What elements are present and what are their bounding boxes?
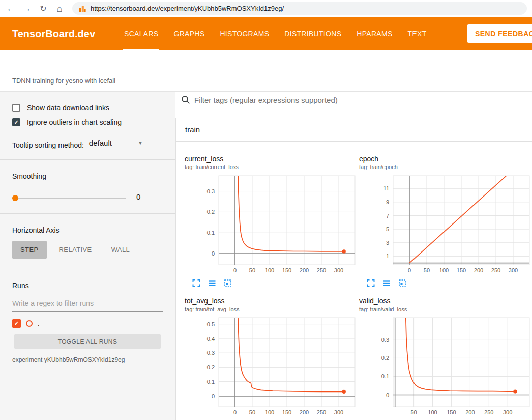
charts-grid: current_losstag: train/current_loss00.10…	[176, 142, 532, 420]
svg-text:0: 0	[233, 409, 237, 415]
tag-group-header[interactable]: train	[176, 118, 532, 142]
chart-cell-current_loss: current_losstag: train/current_loss00.10…	[185, 155, 356, 288]
svg-text:300: 300	[503, 409, 512, 415]
smoothing-slider[interactable]	[12, 198, 126, 199]
forward-icon[interactable]: →	[21, 5, 33, 13]
horizontal-axis-label: Horizontal Axis	[12, 226, 163, 234]
address-bar[interactable]: https://tensorboard.dev/experiment/yKUbh…	[72, 2, 527, 15]
browser-chrome: ← → ↻ ⌂ https://tensorboard.dev/experime…	[0, 0, 532, 17]
svg-text:0.1: 0.1	[207, 230, 215, 236]
chart-cell-tot_avg_loss: tot_avg_losstag: train/tot_avg_loss00.10…	[185, 297, 356, 420]
chart-cell-valid_loss: valid_losstag: train/valid_loss00.10.20.…	[359, 297, 530, 420]
chart-title: epoch	[359, 155, 530, 163]
log-scale-icon[interactable]	[382, 278, 391, 288]
send-feedback-button[interactable]: SEND FEEDBACK	[467, 24, 532, 43]
svg-text:0.4: 0.4	[207, 335, 215, 342]
svg-text:0.2: 0.2	[207, 364, 215, 370]
svg-text:50: 50	[249, 409, 255, 415]
svg-text:9: 9	[386, 199, 389, 205]
divider	[0, 269, 175, 269]
experiment-id: experiment yKUbhb5wRmOSXYkId1z9eg	[12, 356, 163, 363]
svg-text:150: 150	[447, 409, 456, 415]
svg-text:0.3: 0.3	[207, 350, 215, 356]
fit-domain-icon[interactable]	[223, 278, 232, 288]
tab-text[interactable]: TEXT	[400, 17, 434, 50]
tooltip-sorting-select[interactable]: default ▼	[89, 138, 143, 149]
run-name: .	[38, 320, 40, 327]
tensorboard-logo: TensorBoard.dev	[12, 28, 95, 40]
home-icon[interactable]: ⌂	[54, 4, 65, 13]
show-download-links-checkbox[interactable]: Show data download links	[12, 101, 163, 115]
tab-hparams[interactable]: HPARAMS	[349, 17, 400, 50]
log-scale-icon[interactable]	[208, 278, 217, 288]
svg-text:50: 50	[424, 267, 430, 273]
svg-text:1: 1	[386, 253, 389, 259]
experiment-title: TDNN training for yesno with icefall	[12, 77, 115, 85]
svg-text:100: 100	[265, 409, 274, 415]
svg-text:0: 0	[386, 392, 389, 398]
svg-text:0.1: 0.1	[207, 379, 215, 385]
chart-title: current_loss	[185, 155, 356, 163]
line-chart-current_loss[interactable]: 00.10.20.3050100150200250300	[185, 175, 356, 275]
chart-toolbar	[185, 278, 356, 288]
svg-text:0: 0	[212, 393, 215, 399]
svg-text:0: 0	[233, 267, 237, 273]
run-checkbox-checked-icon[interactable]	[12, 319, 21, 328]
axis-relative-button[interactable]: RELATIVE	[52, 241, 99, 259]
svg-text:0.2: 0.2	[381, 355, 389, 361]
tab-distributions[interactable]: DISTRIBUTIONS	[277, 17, 349, 50]
svg-text:150: 150	[282, 409, 291, 415]
chart-cell-epoch: epochtag: train/epoch1357911050100150200…	[359, 155, 530, 288]
divider	[0, 213, 175, 214]
tensorboard-favicon	[78, 5, 86, 13]
svg-text:300: 300	[334, 267, 343, 273]
line-chart-epoch[interactable]: 1357911050100150200250300	[359, 175, 530, 275]
tag-filter-input[interactable]	[194, 96, 532, 104]
line-chart-tot_avg_loss[interactable]: 00.10.20.30.40.5050100150200250300	[185, 317, 356, 417]
axis-wall-button[interactable]: WALL	[104, 241, 137, 259]
show-download-links-label: Show data download links	[27, 104, 109, 112]
chart-tag: tag: train/epoch	[359, 164, 530, 171]
reload-icon[interactable]: ↻	[38, 5, 49, 13]
url-text: https://tensorboard.dev/experiment/yKUbh…	[91, 5, 284, 12]
slider-thumb[interactable]	[12, 195, 18, 201]
fullscreen-icon[interactable]	[366, 278, 375, 288]
svg-text:250: 250	[317, 267, 326, 273]
svg-text:250: 250	[491, 267, 500, 273]
svg-text:200: 200	[300, 409, 309, 415]
svg-text:150: 150	[282, 267, 291, 273]
back-icon[interactable]: ←	[5, 5, 16, 13]
tab-scalars[interactable]: SCALARS	[116, 17, 166, 50]
checkbox-checked-icon	[12, 118, 20, 126]
tooltip-sorting-label: Tooltip sorting method:	[12, 141, 84, 149]
svg-text:300: 300	[334, 409, 343, 415]
svg-text:50: 50	[410, 409, 417, 415]
settings-sidebar: Show data download links Ignore outliers…	[0, 92, 175, 420]
main-panel: train current_losstag: train/current_los…	[175, 92, 532, 420]
svg-text:0.2: 0.2	[207, 209, 215, 215]
line-chart-valid_loss[interactable]: 00.10.20.350100150200250300	[359, 317, 530, 417]
chart-tag: tag: train/valid_loss	[359, 306, 530, 313]
svg-text:100: 100	[428, 409, 437, 415]
svg-text:0.5: 0.5	[207, 321, 215, 327]
run-color-swatch	[26, 320, 33, 327]
app-header: TensorBoard.dev SCALARS GRAPHS HISTOGRAM…	[0, 17, 532, 50]
run-row[interactable]: .	[12, 319, 163, 328]
smoothing-value-input[interactable]: 0	[136, 192, 163, 203]
toggle-all-runs-button[interactable]: TOGGLE ALL RUNS	[14, 334, 160, 349]
runs-filter-input[interactable]	[12, 296, 163, 312]
svg-text:250: 250	[484, 409, 493, 415]
tag-filter-row	[175, 92, 532, 108]
axis-step-button[interactable]: STEP	[12, 241, 47, 259]
tab-histograms[interactable]: HISTOGRAMS	[212, 17, 277, 50]
chart-toolbar	[359, 278, 530, 288]
ignore-outliers-checkbox[interactable]: Ignore outliers in chart scaling	[12, 115, 163, 129]
experiment-title-strip: TDNN training for yesno with icefall	[0, 50, 532, 92]
fit-domain-icon[interactable]	[398, 278, 407, 288]
svg-text:300: 300	[509, 267, 518, 273]
tab-graphs[interactable]: GRAPHS	[166, 17, 212, 50]
fullscreen-icon[interactable]	[192, 278, 201, 288]
svg-text:0.3: 0.3	[381, 337, 389, 343]
svg-text:11: 11	[383, 185, 389, 191]
search-icon	[181, 95, 191, 105]
